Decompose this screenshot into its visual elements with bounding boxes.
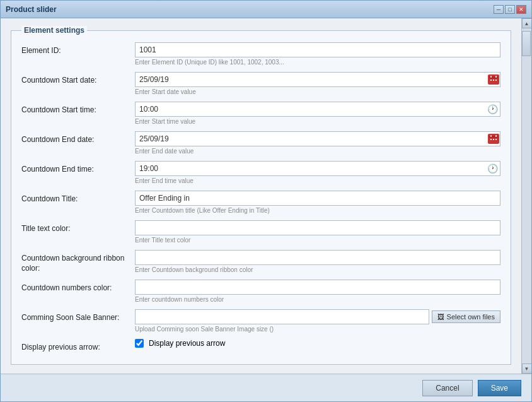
countdown-start-time-row: Countdown Start time: 🕐 Enter Start time…	[21, 102, 500, 129]
countdown-end-date-input-wrapper	[135, 131, 500, 146]
images-icon: 🖼	[437, 313, 444, 321]
countdown-bg-ribbon-field: Enter Countdown background ribbon color	[135, 250, 500, 277]
comming-soon-banner-row: Comming Soon Sale Banner: 🖼 Select own f…	[21, 309, 500, 336]
calendar-icon[interactable]	[488, 74, 499, 85]
title-bar: Product slider ─ □ ✕	[1, 1, 531, 18]
svg-rect-13	[495, 139, 497, 140]
countdown-end-date-hint: Enter End date value	[135, 148, 500, 155]
main-content: Element settings Element ID: Enter Eleme…	[1, 18, 531, 374]
calendar-icon-end[interactable]	[488, 134, 499, 144]
element-id-row: Element ID: Enter Element ID (Unique ID)…	[21, 42, 500, 69]
element-settings-fieldset: Element settings Element ID: Enter Eleme…	[11, 26, 511, 365]
select-files-button[interactable]: 🖼 Select own files	[432, 310, 500, 323]
svg-rect-4	[490, 80, 492, 81]
countdown-bg-ribbon-hint: Enter Countdown background ribbon color	[135, 266, 500, 273]
countdown-end-date-field: Enter End date value	[135, 131, 500, 158]
display-previous-arrow-field: Display previous arrow	[135, 339, 500, 348]
file-upload-wrapper: 🖼 Select own files	[135, 309, 500, 324]
clock-icon[interactable]: 🕐	[485, 103, 499, 115]
display-previous-arrow-text: Display previous arrow	[149, 339, 225, 348]
countdown-end-date-label: Countdown End date:	[21, 131, 135, 144]
svg-rect-11	[490, 139, 492, 140]
window-controls: ─ □ ✕	[494, 5, 526, 14]
countdown-end-time-input[interactable]	[135, 161, 500, 176]
countdown-title-input[interactable]	[135, 191, 500, 206]
countdown-start-date-input-wrapper	[135, 72, 500, 87]
bottom-bar: Cancel Save	[1, 374, 531, 401]
countdown-start-time-label: Countdown Start time:	[21, 102, 135, 114]
countdown-numbers-color-row: Countdown numbers color: Enter countdown…	[21, 280, 500, 307]
svg-rect-5	[493, 80, 494, 81]
checkbox-wrapper: Display previous arrow	[135, 339, 500, 348]
countdown-bg-ribbon-row: Countdown background ribbon color: Enter…	[21, 250, 500, 277]
title-text-color-hint: Enter Title text color	[135, 237, 500, 244]
element-id-hint: Enter Element ID (Unique ID) like 1001, …	[135, 59, 500, 66]
save-button[interactable]: Save	[478, 380, 521, 396]
close-button[interactable]: ✕	[516, 5, 526, 14]
scrollbar: ▲ ▼	[521, 18, 531, 374]
countdown-start-date-field: Enter Start date value	[135, 72, 500, 99]
countdown-start-date-label: Countdown Start date:	[21, 72, 135, 85]
countdown-end-time-hint: Enter End time value	[135, 177, 500, 184]
svg-rect-6	[495, 80, 497, 81]
countdown-end-time-row: Countdown End time: 🕐 Enter End time val…	[21, 161, 500, 188]
countdown-start-time-hint: Enter Start time value	[135, 118, 500, 125]
countdown-numbers-color-label: Countdown numbers color:	[21, 280, 135, 292]
comming-soon-banner-label: Comming Soon Sale Banner:	[21, 309, 135, 322]
display-previous-arrow-label: Display previous arrow:	[21, 339, 135, 352]
title-text-color-row: Title text color: Enter Title text color	[21, 220, 500, 247]
comming-soon-banner-hint: Upload Comming soon Sale Banner Image si…	[135, 326, 500, 333]
window-title: Product slider	[6, 5, 57, 14]
title-text-color-label: Title text color:	[21, 220, 135, 233]
countdown-start-date-row: Countdown Start date: Enter Start date v…	[21, 72, 500, 99]
scroll-track	[522, 28, 531, 364]
minimize-button[interactable]: ─	[494, 5, 504, 14]
cancel-button[interactable]: Cancel	[422, 380, 472, 396]
svg-rect-12	[493, 139, 494, 140]
countdown-title-field: Enter Countdown title (Like Offer Ending…	[135, 191, 500, 218]
countdown-bg-ribbon-input[interactable]	[135, 250, 500, 265]
countdown-start-date-input[interactable]	[135, 72, 500, 87]
element-id-label: Element ID:	[21, 42, 135, 55]
countdown-title-hint: Enter Countdown title (Like Offer Ending…	[135, 207, 500, 214]
countdown-end-date-row: Countdown End date: Enter End date value	[21, 131, 500, 158]
countdown-title-row: Countdown Title: Enter Countdown title (…	[21, 191, 500, 218]
fieldset-legend: Element settings	[21, 26, 87, 35]
display-previous-arrow-checkbox[interactable]	[135, 339, 144, 348]
countdown-numbers-color-hint: Enter countdown numbers color	[135, 296, 500, 303]
clock-icon-end[interactable]: 🕐	[485, 162, 499, 175]
select-files-label: Select own files	[447, 313, 495, 321]
scroll-thumb[interactable]	[522, 31, 531, 56]
display-previous-arrow-row: Display previous arrow: Display previous…	[21, 339, 500, 352]
product-slider-window: Product slider ─ □ ✕ Element settings El…	[0, 0, 532, 402]
scroll-down-button[interactable]: ▼	[522, 364, 532, 374]
countdown-title-label: Countdown Title:	[21, 191, 135, 203]
comming-soon-banner-field: 🖼 Select own files Upload Comming soon S…	[135, 309, 500, 336]
maximize-button[interactable]: □	[505, 5, 515, 14]
countdown-numbers-color-field: Enter countdown numbers color	[135, 280, 500, 307]
comming-soon-banner-input[interactable]	[135, 309, 429, 324]
countdown-start-time-input-wrapper: 🕐	[135, 102, 500, 117]
svg-rect-2	[490, 76, 492, 78]
svg-rect-9	[490, 135, 492, 137]
title-text-color-input[interactable]	[135, 220, 500, 235]
countdown-numbers-color-input[interactable]	[135, 280, 500, 295]
title-text-color-field: Enter Title text color	[135, 220, 500, 247]
svg-rect-10	[495, 135, 497, 137]
element-id-field: Enter Element ID (Unique ID) like 1001, …	[135, 42, 500, 69]
countdown-end-time-input-wrapper: 🕐	[135, 161, 500, 176]
countdown-end-date-input[interactable]	[135, 131, 500, 146]
countdown-end-time-field: 🕐 Enter End time value	[135, 161, 500, 188]
scroll-up-button[interactable]: ▲	[522, 18, 532, 28]
countdown-start-time-field: 🕐 Enter Start time value	[135, 102, 500, 129]
element-id-input[interactable]	[135, 42, 500, 57]
svg-rect-3	[495, 76, 497, 78]
countdown-start-time-input[interactable]	[135, 102, 500, 117]
countdown-start-date-hint: Enter Start date value	[135, 88, 500, 95]
form-area: Element settings Element ID: Enter Eleme…	[1, 18, 521, 374]
countdown-bg-ribbon-label: Countdown background ribbon color:	[21, 250, 135, 273]
countdown-end-time-label: Countdown End time:	[21, 161, 135, 174]
